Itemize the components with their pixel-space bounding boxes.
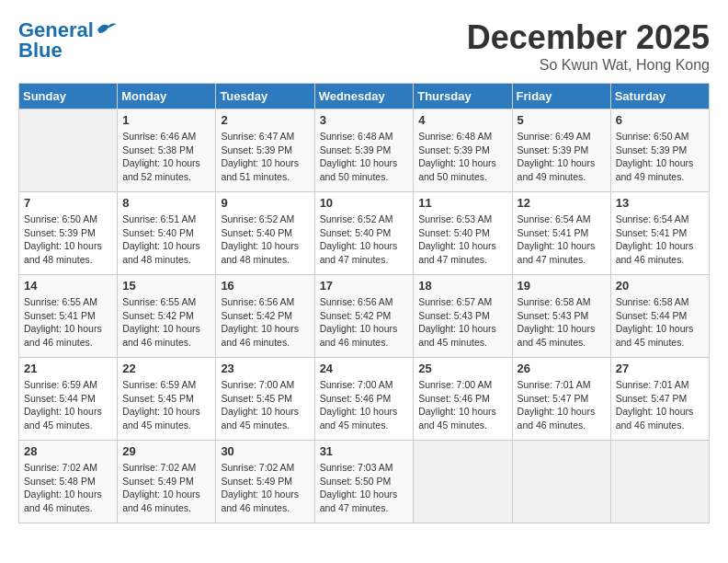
calendar-cell: 1Sunrise: 6:46 AMSunset: 5:38 PMDaylight…: [118, 109, 216, 192]
title-block: December 2025 So Kwun Wat, Hong Kong: [467, 18, 710, 74]
calendar-cell: [414, 441, 512, 523]
day-info: Sunrise: 6:46 AMSunset: 5:38 PMDaylight:…: [122, 130, 210, 184]
day-info: Sunrise: 6:47 AMSunset: 5:39 PMDaylight:…: [221, 130, 309, 184]
col-header-sunday: Sunday: [19, 84, 118, 109]
day-number: 26: [518, 362, 606, 375]
day-info: Sunrise: 7:00 AMSunset: 5:45 PMDaylight:…: [221, 378, 309, 432]
day-info: Sunrise: 6:51 AMSunset: 5:40 PMDaylight:…: [122, 213, 210, 267]
day-number: 4: [418, 113, 506, 127]
calendar-cell: 23Sunrise: 7:00 AMSunset: 5:45 PMDayligh…: [216, 358, 314, 441]
day-number: 12: [518, 196, 606, 210]
calendar-cell: 29Sunrise: 7:02 AMSunset: 5:49 PMDayligh…: [118, 441, 216, 523]
day-info: Sunrise: 6:53 AMSunset: 5:40 PMDaylight:…: [418, 213, 506, 267]
day-info: Sunrise: 6:56 AMSunset: 5:42 PMDaylight:…: [320, 295, 409, 350]
day-number: 28: [24, 444, 112, 458]
day-info: Sunrise: 6:54 AMSunset: 5:41 PMDaylight:…: [518, 213, 606, 267]
day-number: 29: [122, 444, 210, 458]
calendar-cell: 11Sunrise: 6:53 AMSunset: 5:40 PMDayligh…: [414, 192, 512, 275]
calendar-cell: 15Sunrise: 6:55 AMSunset: 5:42 PMDayligh…: [118, 275, 216, 358]
calendar-cell: [19, 109, 118, 192]
calendar-cell: 12Sunrise: 6:54 AMSunset: 5:41 PMDayligh…: [512, 192, 610, 275]
day-number: 6: [616, 113, 704, 127]
day-info: Sunrise: 7:01 AMSunset: 5:47 PMDaylight:…: [518, 378, 606, 432]
calendar-cell: 2Sunrise: 6:47 AMSunset: 5:39 PMDaylight…: [216, 109, 314, 192]
col-header-thursday: Thursday: [414, 84, 512, 109]
day-info: Sunrise: 6:49 AMSunset: 5:39 PMDaylight:…: [518, 130, 606, 184]
calendar-cell: 9Sunrise: 6:52 AMSunset: 5:40 PMDaylight…: [216, 192, 314, 275]
day-info: Sunrise: 7:03 AMSunset: 5:50 PMDaylight:…: [320, 461, 409, 515]
day-number: 9: [221, 196, 309, 210]
day-number: 15: [122, 279, 210, 293]
calendar-cell: 27Sunrise: 7:01 AMSunset: 5:47 PMDayligh…: [610, 358, 709, 441]
calendar-cell: 17Sunrise: 6:56 AMSunset: 5:42 PMDayligh…: [314, 275, 414, 358]
calendar-cell: [610, 441, 709, 523]
day-info: Sunrise: 7:02 AMSunset: 5:48 PMDaylight:…: [24, 461, 112, 515]
day-info: Sunrise: 6:56 AMSunset: 5:42 PMDaylight:…: [221, 295, 309, 350]
calendar-cell: 31Sunrise: 7:03 AMSunset: 5:50 PMDayligh…: [314, 441, 414, 523]
day-info: Sunrise: 6:52 AMSunset: 5:40 PMDaylight:…: [221, 213, 309, 267]
col-header-tuesday: Tuesday: [216, 84, 314, 109]
day-number: 11: [418, 196, 506, 210]
day-number: 18: [418, 279, 506, 293]
col-header-saturday: Saturday: [610, 84, 709, 109]
day-number: 22: [122, 362, 210, 375]
day-info: Sunrise: 6:50 AMSunset: 5:39 PMDaylight:…: [24, 213, 112, 267]
calendar-cell: 7Sunrise: 6:50 AMSunset: 5:39 PMDaylight…: [19, 192, 118, 275]
day-info: Sunrise: 7:01 AMSunset: 5:47 PMDaylight:…: [616, 378, 704, 432]
day-info: Sunrise: 6:58 AMSunset: 5:44 PMDaylight:…: [616, 295, 704, 350]
day-info: Sunrise: 6:48 AMSunset: 5:39 PMDaylight:…: [320, 130, 409, 184]
month-title: December 2025: [467, 18, 710, 57]
day-info: Sunrise: 7:02 AMSunset: 5:49 PMDaylight:…: [221, 461, 309, 515]
calendar-table: SundayMondayTuesdayWednesdayThursdayFrid…: [18, 83, 710, 523]
day-number: 16: [221, 279, 309, 293]
day-number: 7: [24, 196, 112, 210]
calendar-cell: 6Sunrise: 6:50 AMSunset: 5:39 PMDaylight…: [610, 109, 709, 192]
day-number: 19: [518, 279, 606, 293]
day-info: Sunrise: 6:50 AMSunset: 5:39 PMDaylight:…: [616, 130, 704, 184]
day-info: Sunrise: 6:57 AMSunset: 5:43 PMDaylight:…: [418, 295, 506, 350]
day-info: Sunrise: 6:48 AMSunset: 5:39 PMDaylight:…: [418, 130, 506, 184]
location-subtitle: So Kwun Wat, Hong Kong: [467, 57, 710, 74]
calendar-cell: 26Sunrise: 7:01 AMSunset: 5:47 PMDayligh…: [512, 358, 610, 441]
col-header-wednesday: Wednesday: [314, 84, 414, 109]
logo-bird-icon: [96, 20, 116, 37]
day-number: 8: [122, 196, 210, 210]
calendar-cell: 4Sunrise: 6:48 AMSunset: 5:39 PMDaylight…: [414, 109, 512, 192]
day-number: 5: [518, 113, 606, 127]
day-number: 31: [320, 444, 409, 458]
calendar-cell: 28Sunrise: 7:02 AMSunset: 5:48 PMDayligh…: [19, 441, 118, 523]
day-info: Sunrise: 7:00 AMSunset: 5:46 PMDaylight:…: [418, 378, 506, 432]
calendar-cell: 3Sunrise: 6:48 AMSunset: 5:39 PMDaylight…: [314, 109, 414, 192]
day-number: 24: [320, 362, 409, 375]
calendar-cell: 20Sunrise: 6:58 AMSunset: 5:44 PMDayligh…: [610, 275, 709, 358]
day-number: 2: [221, 113, 309, 127]
logo-blue-text: Blue: [18, 39, 63, 63]
day-number: 3: [320, 113, 409, 127]
calendar-cell: 14Sunrise: 6:55 AMSunset: 5:41 PMDayligh…: [19, 275, 118, 358]
col-header-monday: Monday: [118, 84, 216, 109]
day-info: Sunrise: 6:59 AMSunset: 5:44 PMDaylight:…: [24, 378, 112, 432]
calendar-cell: 10Sunrise: 6:52 AMSunset: 5:40 PMDayligh…: [314, 192, 414, 275]
calendar-cell: 18Sunrise: 6:57 AMSunset: 5:43 PMDayligh…: [414, 275, 512, 358]
day-info: Sunrise: 6:59 AMSunset: 5:45 PMDaylight:…: [122, 378, 210, 432]
day-info: Sunrise: 7:00 AMSunset: 5:46 PMDaylight:…: [320, 378, 409, 432]
page-header: General Blue December 2025 So Kwun Wat, …: [18, 18, 710, 74]
day-info: Sunrise: 7:02 AMSunset: 5:49 PMDaylight:…: [122, 461, 210, 515]
calendar-cell: 25Sunrise: 7:00 AMSunset: 5:46 PMDayligh…: [414, 358, 512, 441]
calendar-cell: 24Sunrise: 7:00 AMSunset: 5:46 PMDayligh…: [314, 358, 414, 441]
col-header-friday: Friday: [512, 84, 610, 109]
day-info: Sunrise: 6:55 AMSunset: 5:41 PMDaylight:…: [24, 295, 112, 350]
day-info: Sunrise: 6:54 AMSunset: 5:41 PMDaylight:…: [616, 213, 704, 267]
day-number: 14: [24, 279, 112, 293]
day-info: Sunrise: 6:58 AMSunset: 5:43 PMDaylight:…: [518, 295, 606, 350]
calendar-cell: 13Sunrise: 6:54 AMSunset: 5:41 PMDayligh…: [610, 192, 709, 275]
logo: General Blue: [18, 18, 116, 63]
day-info: Sunrise: 6:52 AMSunset: 5:40 PMDaylight:…: [320, 213, 409, 267]
day-number: 1: [122, 113, 210, 127]
day-info: Sunrise: 6:55 AMSunset: 5:42 PMDaylight:…: [122, 295, 210, 350]
calendar-cell: 22Sunrise: 6:59 AMSunset: 5:45 PMDayligh…: [118, 358, 216, 441]
calendar-cell: 16Sunrise: 6:56 AMSunset: 5:42 PMDayligh…: [216, 275, 314, 358]
calendar-cell: 8Sunrise: 6:51 AMSunset: 5:40 PMDaylight…: [118, 192, 216, 275]
day-number: 25: [418, 362, 506, 375]
calendar-cell: 30Sunrise: 7:02 AMSunset: 5:49 PMDayligh…: [216, 441, 314, 523]
